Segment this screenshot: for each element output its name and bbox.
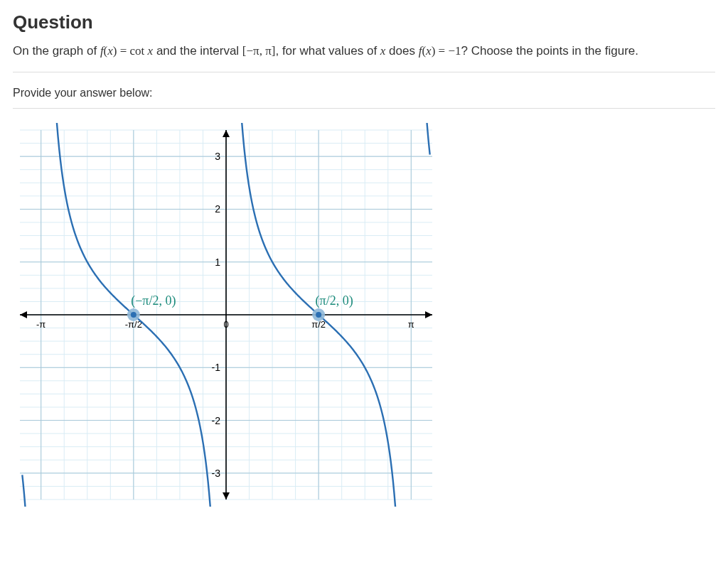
question-text: On the graph of f(x) = cot x and the int… bbox=[13, 42, 715, 60]
point-label: (−π/2, 0) bbox=[131, 293, 176, 308]
svg-text:-1: -1 bbox=[212, 362, 221, 373]
svg-marker-61 bbox=[20, 311, 27, 318]
point-label: (π/2, 0) bbox=[316, 293, 353, 308]
question-heading: Question bbox=[13, 11, 715, 33]
svg-marker-62 bbox=[223, 130, 230, 137]
svg-point-75 bbox=[131, 312, 136, 318]
svg-text:0: 0 bbox=[223, 319, 228, 330]
divider-2 bbox=[13, 108, 715, 109]
svg-text:1: 1 bbox=[215, 256, 220, 267]
svg-text:-π: -π bbox=[36, 319, 46, 330]
svg-marker-63 bbox=[223, 492, 230, 500]
svg-text:π: π bbox=[408, 319, 414, 330]
svg-text:3: 3 bbox=[215, 151, 220, 162]
svg-text:-3: -3 bbox=[212, 467, 221, 478]
svg-marker-60 bbox=[425, 311, 432, 318]
svg-text:2: 2 bbox=[215, 203, 220, 215]
answer-prompt: Provide your answer below: bbox=[13, 87, 715, 99]
svg-point-76 bbox=[316, 312, 321, 318]
svg-text:-2: -2 bbox=[212, 414, 221, 426]
cot-graph[interactable]: -3-2-1123-π-π/20π/2π(−π/2, 0)(π/2, 0) bbox=[13, 123, 715, 507]
divider bbox=[13, 72, 715, 72]
